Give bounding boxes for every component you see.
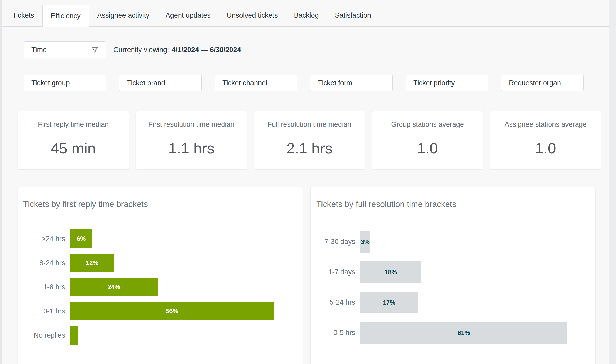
kpi-label: Full resolution time median <box>268 121 351 129</box>
kpi-row: First reply time median 45 min First res… <box>18 111 601 170</box>
filter-ticket-form[interactable]: Ticket form <box>310 75 393 91</box>
kpi-full-resolution-time-median: Full resolution time median 2.1 hrs <box>254 111 365 170</box>
tab-bar: Tickets Efficiency Assignee activity Age… <box>2 0 609 27</box>
left-edge-strip <box>0 0 2 364</box>
category-label: 0-1 hrs <box>18 302 65 320</box>
kpi-label: First reply time median <box>38 121 109 129</box>
category-label: No replies <box>18 326 65 345</box>
tab-efficiency[interactable]: Efficiency <box>42 5 89 27</box>
category-label: >24 hrs <box>18 229 65 248</box>
filter-ticket-channel[interactable]: Ticket channel <box>215 75 297 91</box>
bar-value-label: 56% <box>166 307 178 315</box>
tab-agent-updates[interactable]: Agent updates <box>158 4 219 26</box>
chart-row: 0-5 hrs61% <box>311 322 595 344</box>
bar-8-24-hrs[interactable]: 12% <box>70 254 114 272</box>
chart-row: 1-8 hrs24% <box>18 278 303 296</box>
kpi-value: 1.1 hrs <box>168 139 214 157</box>
category-label: 5-24 hrs <box>311 292 355 313</box>
chart-plot-area: >24 hrs6%8-24 hrs12%1-8 hrs24%0-1 hrs56%… <box>18 187 303 364</box>
kpi-label: Group stations average <box>391 121 464 129</box>
bar-5-24-hrs[interactable]: 17% <box>360 292 418 313</box>
kpi-first-resolution-time-median: First resolution time median 1.1 hrs <box>136 111 247 170</box>
filter-ticket-brand[interactable]: Ticket brand <box>119 75 202 91</box>
category-label: 0-5 hrs <box>311 322 355 344</box>
currently-viewing: Currently viewing: 4/1/2024 — 6/30/2024 <box>113 41 241 58</box>
bar-value-label: 6% <box>77 235 86 242</box>
kpi-label: First resolution time median <box>148 121 235 129</box>
chart-first-reply-time-brackets: Tickets by first reply time brackets >24… <box>18 187 303 364</box>
bar-value-label: 12% <box>86 259 98 267</box>
kpi-first-reply-time-median: First reply time median 45 min <box>18 111 129 170</box>
bar-value-label: 3% <box>361 238 370 246</box>
kpi-value: 1.0 <box>417 139 438 157</box>
bar-no-replies[interactable] <box>70 326 78 345</box>
bar-value-label: 17% <box>383 299 395 306</box>
kpi-group-stations-average: Group stations average 1.0 <box>372 111 483 170</box>
kpi-value: 2.1 hrs <box>286 139 332 157</box>
currently-viewing-range: 4/1/2024 — 6/30/2024 <box>172 46 241 54</box>
filter-requester-organization[interactable]: Requester organ... <box>501 75 584 91</box>
bar--24-hrs[interactable]: 6% <box>70 229 92 248</box>
bar-1-8-hrs[interactable]: 24% <box>70 278 158 296</box>
bar-7-30-days[interactable]: 3% <box>360 231 370 253</box>
chart-row: No replies <box>18 326 303 345</box>
category-label: 7-30 days <box>311 231 355 253</box>
filter-ticket-priority[interactable]: Ticket priority <box>406 75 488 91</box>
currently-viewing-prefix: Currently viewing: <box>113 46 169 54</box>
chart-plot-area: 7-30 days3%1-7 days18%5-24 hrs17%0-5 hrs… <box>311 187 595 364</box>
tab-satisfaction[interactable]: Satisfaction <box>327 4 379 26</box>
chart-row: >24 hrs6% <box>18 229 303 248</box>
filter-ticket-group[interactable]: Ticket group <box>24 75 106 91</box>
chart-row: 7-30 days3% <box>311 231 595 253</box>
bar-0-5-hrs[interactable]: 61% <box>360 322 567 344</box>
tab-unsolved-tickets[interactable]: Unsolved tickets <box>219 4 286 26</box>
kpi-value: 1.0 <box>535 139 556 157</box>
time-filter-button[interactable]: Time <box>24 41 106 58</box>
vertical-scrollbar[interactable] <box>609 0 616 364</box>
category-label: 8-24 hrs <box>18 254 65 272</box>
bar-value-label: 24% <box>108 283 120 291</box>
kpi-label: Assignee stations average <box>504 121 587 129</box>
funnel-icon <box>91 46 98 53</box>
chart-row: 8-24 hrs12% <box>18 254 303 272</box>
chart-row: 0-1 hrs56% <box>18 302 303 320</box>
kpi-assignee-stations-average: Assignee stations average 1.0 <box>490 111 601 170</box>
bar-value-label: 18% <box>385 269 397 276</box>
tab-assignee-activity[interactable]: Assignee activity <box>89 4 158 26</box>
category-label: 1-7 days <box>311 261 355 283</box>
chart-full-resolution-time-brackets: Tickets by full resolution time brackets… <box>310 187 596 364</box>
tab-backlog[interactable]: Backlog <box>286 4 327 26</box>
bar-value-label: 61% <box>457 329 470 337</box>
bar-1-7-days[interactable]: 18% <box>360 261 421 283</box>
time-filter-label: Time <box>31 46 47 54</box>
bar-0-1-hrs[interactable]: 56% <box>70 302 274 320</box>
tab-tickets[interactable]: Tickets <box>4 4 42 26</box>
kpi-value: 45 min <box>51 139 96 157</box>
category-label: 1-8 hrs <box>18 278 65 296</box>
chart-row: 1-7 days18% <box>311 261 595 283</box>
filter-row: Ticket group Ticket brand Ticket channel… <box>24 75 584 91</box>
chart-row: 5-24 hrs17% <box>311 292 595 313</box>
